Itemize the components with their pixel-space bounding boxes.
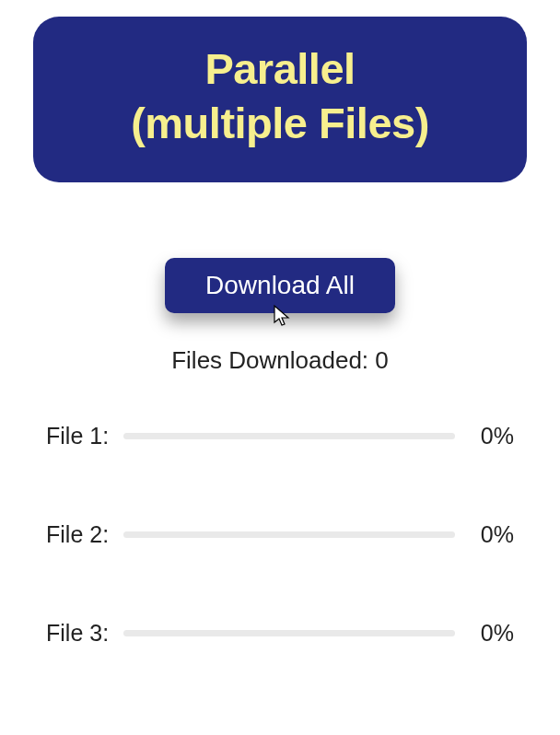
progress-bar (123, 433, 455, 439)
download-all-button[interactable]: Download All (165, 258, 395, 313)
title-line-2: (multiple Files) (131, 99, 429, 147)
file-percent: 0% (466, 423, 514, 449)
file-percent: 0% (466, 620, 514, 647)
status-count: 0 (375, 346, 388, 374)
files-list: File 1: 0% File 2: 0% File 3: 0% (0, 423, 560, 647)
page-title: Parallel (multiple Files) (52, 42, 508, 151)
progress-bar (123, 531, 455, 538)
download-all-label: Download All (205, 271, 355, 299)
title-line-1: Parallel (204, 44, 355, 93)
file-label: File 3: (46, 620, 112, 647)
file-row: File 2: 0% (46, 521, 514, 548)
file-row: File 3: 0% (46, 620, 514, 647)
header-card: Parallel (multiple Files) (33, 17, 527, 182)
file-label: File 1: (46, 423, 112, 449)
progress-bar (123, 630, 455, 636)
cursor-icon (273, 304, 291, 328)
status-label: Files Downloaded: (171, 346, 375, 374)
files-downloaded-status: Files Downloaded: 0 (0, 346, 560, 375)
main-content: Download All Files Downloaded: 0 File 1:… (0, 258, 560, 647)
file-row: File 1: 0% (46, 423, 514, 449)
file-label: File 2: (46, 521, 112, 548)
file-percent: 0% (466, 521, 514, 548)
